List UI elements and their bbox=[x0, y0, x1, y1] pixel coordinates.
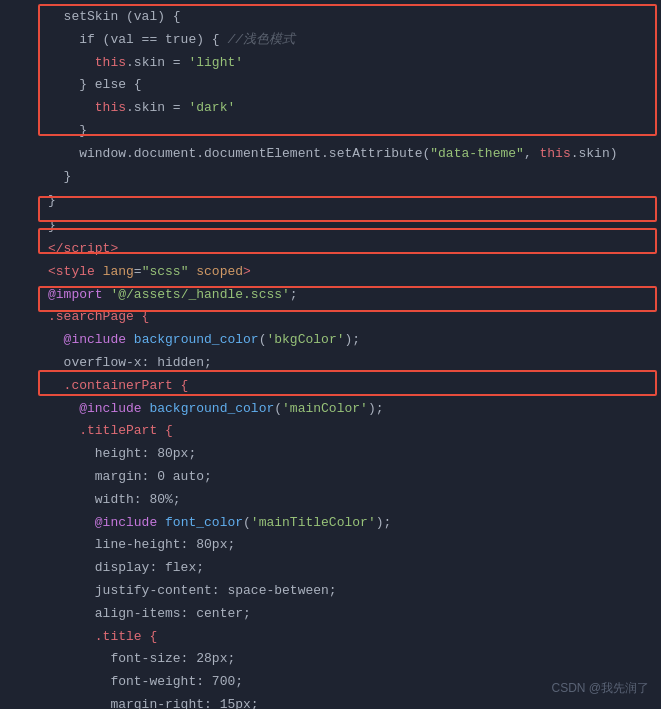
code-line: @include background_color('bkgColor'); bbox=[0, 329, 661, 352]
code-line: } bbox=[0, 166, 661, 189]
code-line: </script> bbox=[0, 238, 661, 261]
code-line: .searchPage { bbox=[0, 306, 661, 329]
code-line: .titlePart { bbox=[0, 420, 661, 443]
code-line: if (val == true) { //浅色模式 bbox=[0, 29, 661, 52]
code-line: @include background_color('mainColor'); bbox=[0, 398, 661, 421]
code-line: font-size: 28px; bbox=[0, 648, 661, 671]
code-line: this.skin = 'light' bbox=[0, 52, 661, 75]
code-line: } bbox=[0, 215, 661, 238]
code-line: } bbox=[0, 120, 661, 143]
code-line: width: 80%; bbox=[0, 489, 661, 512]
code-lines: setSkin (val) { if (val == true) { //浅色模… bbox=[0, 6, 661, 709]
code-line: .containerPart { bbox=[0, 375, 661, 398]
code-line: setSkin (val) { bbox=[0, 6, 661, 29]
code-editor: setSkin (val) { if (val == true) { //浅色模… bbox=[0, 0, 661, 709]
code-line: height: 80px; bbox=[0, 443, 661, 466]
code-line: @import '@/assets/_handle.scss'; bbox=[0, 284, 661, 307]
code-line: } bbox=[0, 190, 661, 213]
code-line: } else { bbox=[0, 74, 661, 97]
code-line: overflow-x: hidden; bbox=[0, 352, 661, 375]
code-line: .title { bbox=[0, 626, 661, 649]
watermark: CSDN @我先润了 bbox=[551, 680, 649, 697]
code-line: margin: 0 auto; bbox=[0, 466, 661, 489]
code-line: this.skin = 'dark' bbox=[0, 97, 661, 120]
code-line: line-height: 80px; bbox=[0, 534, 661, 557]
code-line: @include font_color('mainTitleColor'); bbox=[0, 512, 661, 535]
code-line: window.document.documentElement.setAttri… bbox=[0, 143, 661, 166]
code-line: align-items: center; bbox=[0, 603, 661, 626]
code-line: <style lang="scss" scoped> bbox=[0, 261, 661, 284]
code-line: justify-content: space-between; bbox=[0, 580, 661, 603]
code-line: display: flex; bbox=[0, 557, 661, 580]
